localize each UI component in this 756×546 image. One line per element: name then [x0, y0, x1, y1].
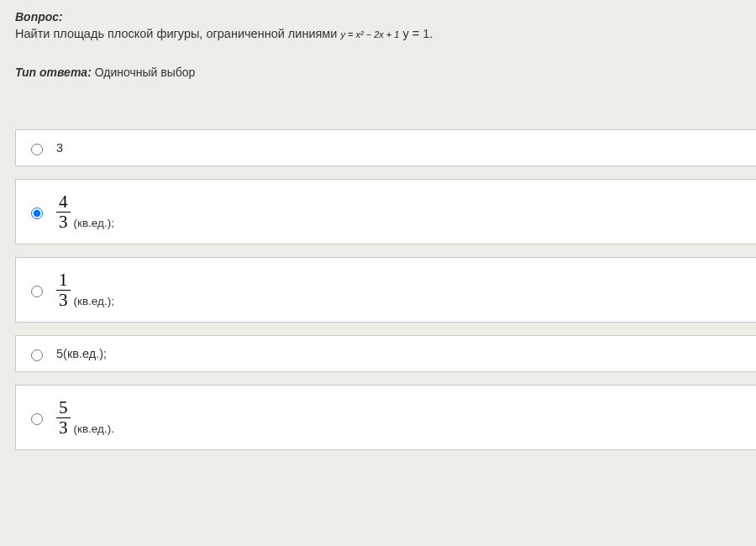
- option-fraction: 1 3: [56, 270, 71, 308]
- question-label: Вопрос:: [15, 10, 756, 24]
- option-row[interactable]: 1 3 (кв.ед.);: [15, 257, 756, 323]
- option-radio[interactable]: [31, 286, 43, 297]
- option-unit: (кв.ед.);: [63, 347, 107, 360]
- fraction-denominator: 3: [56, 418, 71, 437]
- option-radio[interactable]: [31, 349, 43, 361]
- question-text: Найти площадь плоской фигуры, ограниченн…: [15, 27, 756, 40]
- option-row[interactable]: 5 3 (кв.ед.).: [15, 385, 756, 450]
- fraction-denominator: 3: [56, 213, 71, 231]
- question-text-before: Найти площадь плоской фигуры, ограниченн…: [15, 27, 337, 40]
- option-text: 3: [56, 141, 63, 155]
- option-unit: (кв.ед.);: [74, 295, 114, 309]
- option-unit: (кв.ед.);: [74, 217, 114, 231]
- fraction-denominator: 3: [56, 291, 71, 309]
- option-radio[interactable]: [31, 144, 43, 155]
- answer-type-label: Тип ответа:: [15, 66, 92, 79]
- option-text: 5: [56, 347, 63, 360]
- option-row[interactable]: 5 (кв.ед.);: [15, 335, 756, 372]
- option-radio[interactable]: [31, 207, 43, 219]
- options-container: 3 4 3 (кв.ед.); 1: [15, 129, 756, 450]
- option-fraction: 5 3: [56, 398, 71, 436]
- fraction-numerator: 5: [56, 398, 71, 417]
- fraction-numerator: 4: [56, 192, 71, 212]
- answer-type-value: Одиночный выбор: [95, 66, 196, 79]
- fraction-numerator: 1: [56, 270, 71, 290]
- option-fraction: 4 3: [56, 192, 71, 230]
- option-row[interactable]: 4 3 (кв.ед.);: [15, 179, 756, 244]
- question-text-after: y = 1.: [403, 27, 433, 40]
- question-formula: y = x² − 2x + 1: [340, 29, 399, 39]
- option-radio[interactable]: [31, 413, 43, 425]
- answer-type-line: Тип ответа: Одиночный выбор: [15, 66, 756, 79]
- option-unit: (кв.ед.).: [74, 423, 114, 437]
- option-row[interactable]: 3: [15, 129, 756, 166]
